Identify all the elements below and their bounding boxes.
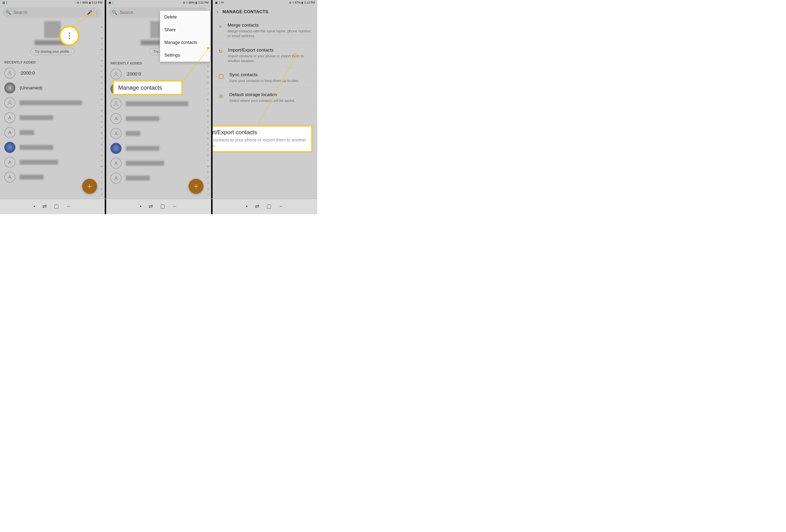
contact-row[interactable]: A	[0, 125, 105, 140]
contact-row[interactable]	[106, 141, 211, 156]
status-bar: ▣⌶✉ ⊚⫯87%▮3:13 PM	[212, 0, 317, 5]
profile-avatar	[44, 21, 61, 38]
index-scroller[interactable]: ★☆&ABCDEFGHIJKLMNOPQRSTUVWXYZД#	[99, 26, 104, 195]
profile-card[interactable]: Try sharing your profile.	[0, 19, 105, 57]
status-bar: ▧⌶ ⊚⫯88%▮3:13 PM	[0, 0, 105, 5]
search-bar[interactable]: 🔍 Search 🎤 ⋮	[3, 7, 102, 18]
svg-point-1	[9, 101, 11, 103]
wifi-icon: ⊚	[77, 1, 79, 4]
battery-icon: ▮	[89, 1, 91, 4]
menu-item[interactable]: Manage contacts	[160, 36, 210, 49]
contact-row[interactable]: A	[0, 110, 105, 125]
option-icon: ◯	[218, 72, 225, 83]
section-header: RECENTLY ADDED	[0, 57, 105, 66]
option-icon: ◎	[218, 92, 225, 103]
search-icon: 🔍	[6, 10, 11, 15]
option-icon: ↻	[218, 47, 223, 64]
add-contact-fab[interactable]: ＋	[189, 179, 204, 194]
contact-row[interactable]	[0, 140, 105, 155]
page-title: MANAGE CONTACTS	[223, 9, 268, 15]
option-icon: »	[218, 23, 223, 39]
contact-row[interactable]: :2000:0	[0, 66, 105, 80]
try-sharing-button[interactable]: Try sharing your profile.	[30, 48, 74, 55]
screen-contacts: ▧⌶ ⊚⫯88%▮3:13 PM 🔍 Search 🎤 ⋮ Try sharin…	[0, 0, 106, 199]
svg-point-4	[115, 101, 117, 104]
contact-row[interactable]: A	[106, 126, 211, 141]
contact-row[interactable]: A	[106, 156, 211, 170]
search-placeholder: Search	[14, 10, 85, 15]
nav-dot: •	[33, 203, 35, 209]
status-bar: ▣⌶ ⊚⫯88%▮3:13 PM	[106, 0, 211, 5]
more-icon[interactable]: ⋮	[95, 10, 99, 15]
manage-option[interactable]: ◯Sync contactsSync your contacts to keep…	[212, 68, 317, 88]
overflow-menu: DeleteShareManage contactsSettings	[160, 10, 210, 62]
manage-option[interactable]: »Merge contactsMerge contacts with the s…	[212, 18, 317, 43]
contact-row[interactable]: A	[106, 111, 211, 126]
svg-point-3	[115, 72, 117, 74]
system-nav: •⇄▢← •⇄▢← •⇄▢←	[0, 199, 317, 214]
contact-row[interactable]	[0, 95, 105, 110]
svg-point-0	[9, 71, 11, 73]
manage-option[interactable]: ↻Import/Export contactsImport contacts t…	[212, 43, 317, 68]
back-icon[interactable]: ←	[66, 203, 71, 209]
screen-contacts-menu: ▣⌶ ⊚⫯88%▮3:13 PM 🔍Search Try sharing you…	[106, 0, 212, 199]
callout-manage-contacts: Manage contacts	[113, 80, 182, 95]
menu-item[interactable]: Delete	[160, 11, 210, 23]
back-icon[interactable]: ‹	[217, 9, 219, 15]
page-header: ‹ MANAGE CONTACTS	[212, 5, 317, 18]
add-contact-fab[interactable]: ＋	[82, 179, 97, 194]
manage-option[interactable]: ◎Default storage locationSelect where yo…	[212, 88, 317, 108]
signal-icon: ⫯	[80, 1, 82, 4]
callout-more-button	[59, 26, 79, 46]
contact-row[interactable]	[106, 96, 211, 111]
menu-item[interactable]: Settings	[160, 49, 210, 62]
recents-icon[interactable]: ⇄	[42, 203, 47, 209]
menu-item[interactable]: Share	[160, 23, 210, 36]
vitals-icon: ▧	[2, 1, 5, 4]
callout-import-export: Import/Export contacts Import contacts t…	[212, 125, 312, 152]
contact-row[interactable]: A	[0, 155, 105, 170]
home-icon[interactable]: ▢	[54, 203, 59, 209]
contact-row[interactable]: :2000:0	[106, 67, 211, 82]
contact-row[interactable]: (Unnamed)	[0, 80, 105, 95]
voicemail-icon: ⌶	[6, 1, 8, 4]
search-icon: 🔍	[112, 10, 117, 15]
screen-manage-contacts: ▣⌶✉ ⊚⫯87%▮3:13 PM ‹ MANAGE CONTACTS »Mer…	[212, 0, 317, 199]
